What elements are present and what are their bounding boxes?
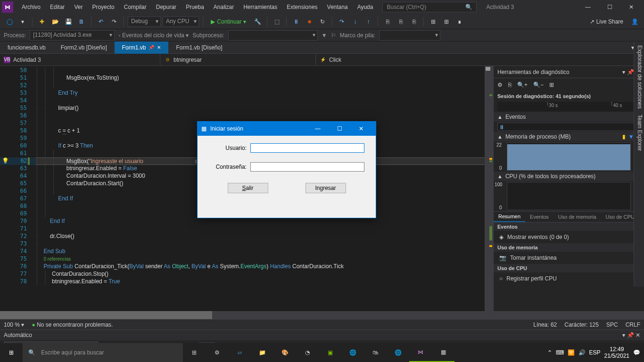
crlf-indicator[interactable]: CRLF (626, 321, 640, 328)
tray-wifi-icon[interactable]: 🛜 (568, 349, 575, 356)
nav-project[interactable]: VBActividad 3 (0, 54, 160, 66)
menu-proyecto[interactable]: Proyecto (87, 0, 119, 14)
task-view-icon[interactable]: ⊞ (183, 343, 206, 362)
tb-icon-5[interactable]: ⎘ (408, 16, 420, 27)
undo-icon[interactable]: ↶ (95, 16, 107, 27)
task-paint-icon[interactable]: 🎨 (273, 343, 296, 362)
back-icon[interactable]: ◯ (4, 16, 15, 27)
step-into-icon[interactable]: ↓ (349, 16, 361, 27)
line-indicator[interactable]: Línea: 62 (533, 321, 557, 328)
step-out-icon[interactable]: ↑ (363, 16, 374, 27)
problems-status[interactable]: ● No se encontraron problemas. (32, 321, 113, 328)
hscrollbar[interactable] (0, 311, 644, 319)
tray-clock[interactable]: 12:4921/5/2021 (604, 346, 629, 359)
task-settings-icon[interactable]: ⚙ (206, 343, 228, 362)
pause-icon[interactable]: ⏸ (290, 16, 302, 27)
diag-eventos-header[interactable]: ▲ Eventos (494, 112, 644, 122)
tray-up-icon[interactable]: ⌃ (547, 349, 552, 356)
task-nvidia-icon[interactable]: ▣ (319, 343, 341, 362)
menu-extensiones[interactable]: Extensiones (282, 0, 322, 14)
vscrollbar[interactable] (485, 66, 493, 311)
filter-icon[interactable]: ▼ (322, 32, 327, 39)
minimize-button[interactable]: ― (577, 0, 599, 14)
lightbulb-icon[interactable]: 💡 (2, 157, 9, 164)
diag-cpu-header[interactable]: ▲ CPU (% de todos los procesadores) (494, 172, 644, 181)
diag-tab-eventos[interactable]: Eventos (525, 212, 553, 222)
live-share-button[interactable]: ↗ Live Share (586, 18, 627, 25)
tab-form2[interactable]: Form2.vb [Diseño] (53, 41, 115, 54)
tb-icon-3[interactable]: ⎘ (382, 16, 393, 27)
maximize-button[interactable]: ☐ (599, 0, 620, 14)
tb-icon-4[interactable]: ⎘ (395, 16, 406, 27)
menu-depurar[interactable]: Depurar (151, 0, 181, 14)
step-over-icon[interactable]: ↷ (336, 16, 347, 27)
sidebar-explorador[interactable]: Explorador de soluciones (635, 45, 643, 109)
admin-icon[interactable]: 👤 (629, 16, 640, 27)
contrasena-input[interactable] (250, 162, 364, 172)
close-button[interactable]: ✕ (620, 0, 642, 14)
menu-archivo[interactable]: Archivo (17, 0, 45, 14)
tb-icon-2[interactable]: ⬚ (271, 16, 282, 27)
menu-editar[interactable]: Editar (45, 0, 69, 14)
eventos-label[interactable]: ▫ Eventos del ciclo de vida ▾ (118, 32, 189, 39)
menu-ventana[interactable]: Ventana (322, 0, 353, 14)
task-chrome-icon[interactable]: 🌐 (341, 343, 364, 362)
salir-button[interactable]: Salir (228, 183, 268, 193)
login-close-button[interactable]: ✕ (350, 122, 372, 136)
marco-dropdown[interactable] (379, 30, 440, 41)
open-icon[interactable]: 📂 (50, 16, 61, 27)
menu-herramientas[interactable]: Herramientas (239, 0, 282, 14)
subproceso-dropdown[interactable] (228, 30, 318, 41)
tb-icon-7[interactable]: ⊞ (441, 16, 452, 27)
sidebar-team[interactable]: Team Explorer (635, 115, 643, 151)
continue-button[interactable]: ▶ Continuar ▾ (207, 18, 250, 25)
saveall-icon[interactable]: 🗎 (76, 16, 87, 27)
login-minimize-button[interactable]: ― (307, 122, 329, 136)
tab-form1-design[interactable]: Form1.vb [Diseño] (168, 41, 230, 54)
tb-icon-8[interactable]: ∎ (454, 16, 465, 27)
task-canary-icon[interactable]: 🌐 (387, 343, 409, 362)
diag-reset-icon[interactable]: ⊞ (549, 82, 554, 88)
diag-tab-resumen[interactable]: Resumen (494, 212, 525, 222)
menu-ver[interactable]: Ver (69, 0, 87, 14)
diag-settings-icon[interactable]: ⚙ (497, 82, 503, 88)
usuario-input[interactable] (250, 143, 364, 153)
restart-icon[interactable]: ↻ (317, 16, 328, 27)
menu-analizar[interactable]: Analizar (209, 0, 239, 14)
task-steam-icon[interactable]: ◔ (296, 343, 319, 362)
proceso-dropdown[interactable]: [11280] Actividad 3.exe (30, 30, 115, 41)
diag-tomar-instantanea[interactable]: 📷Tomar instantánea (494, 252, 644, 264)
nav-class[interactable]: ⚙btningresar (160, 54, 316, 66)
tb-icon-6[interactable]: ⊞ (428, 16, 439, 27)
tab-funcionesdb[interactable]: funcionesdb.vb (0, 41, 53, 54)
platform-dropdown[interactable]: Any CPU (163, 16, 199, 27)
task-store-icon[interactable]: 🛍 (364, 343, 387, 362)
pin-icon[interactable]: 📌 (149, 45, 154, 50)
login-maximize-button[interactable]: ☐ (329, 122, 350, 136)
diag-zoomin-icon[interactable]: 🔍+ (517, 82, 528, 88)
fwd-icon[interactable]: ▾ (17, 16, 28, 27)
tb-icon-1[interactable]: 🔧 (252, 16, 263, 27)
tray-sound-icon[interactable]: 🔊 (578, 349, 586, 356)
taskbar-search[interactable]: 🔍 Escribe aquí para buscar (23, 343, 183, 362)
config-dropdown[interactable]: Debug (128, 16, 161, 27)
save-icon[interactable]: 💾 (63, 16, 74, 27)
menu-ayuda[interactable]: Ayuda (353, 0, 378, 14)
timeline-ruler[interactable]: 30 s 40 s (497, 102, 640, 111)
diag-mostrar-eventos[interactable]: ◈Mostrar eventos (0 de 0) (494, 231, 644, 243)
tray-keyboard-icon[interactable]: ⌨ (556, 349, 564, 356)
diag-tab-memoria[interactable]: Uso de memoria (553, 212, 601, 222)
diag-zoomout-icon[interactable]: 🔍− (533, 82, 544, 88)
tray-lang[interactable]: ESP (589, 349, 601, 356)
task-explorer-icon[interactable]: 📁 (251, 343, 273, 362)
close-icon[interactable]: ✕ (157, 45, 161, 50)
tab-form1-vb[interactable]: Form1.vb 📌 ✕ (115, 41, 169, 54)
new-icon[interactable]: ✚ (36, 16, 48, 27)
filter2-icon[interactable]: ⚐ (331, 32, 336, 39)
menu-compilar[interactable]: Compilar (119, 0, 151, 14)
task-running-app-icon[interactable]: ▦ (432, 343, 454, 362)
tray-notifications-icon[interactable]: 💬 (633, 349, 640, 356)
diag-memoria-header[interactable]: ▲ Memoria de proceso (MB) ▮▼● (494, 132, 644, 141)
menu-prueba[interactable]: Prueba (181, 0, 209, 14)
redo-icon[interactable]: ↷ (108, 16, 120, 27)
